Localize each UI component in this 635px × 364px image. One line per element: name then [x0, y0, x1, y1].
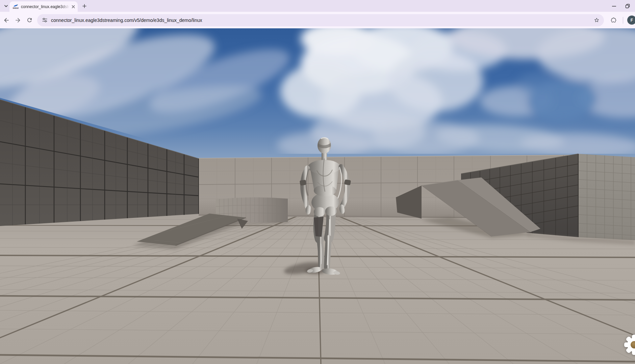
chevron-down-icon: [4, 4, 8, 8]
tab-search-button[interactable]: [2, 2, 10, 10]
tab-title: connector_linux.eagle3dstreami: [21, 4, 70, 9]
bookmark-button[interactable]: [593, 17, 600, 23]
scene-render: [0, 28, 635, 364]
browser-window: EAGLE connector_linux.eagle3dstreami: [0, 0, 635, 364]
profile-initial: F: [631, 18, 633, 23]
address-bar[interactable]: connector_linux.eagle3dstreaming.com/v5/…: [37, 14, 604, 26]
eagle3d-favicon: EAGLE: [13, 4, 19, 9]
minimize-window-button[interactable]: [611, 3, 617, 9]
window-controls: [611, 1, 632, 11]
gear-icon: [624, 335, 635, 355]
arrow-back-icon: [3, 17, 10, 24]
tab-strip: EAGLE connector_linux.eagle3dstreami: [0, 0, 635, 12]
back-button[interactable]: [1, 15, 11, 25]
reload-button[interactable]: [24, 15, 34, 25]
puzzle-piece-icon: [610, 17, 617, 24]
tab-close-button[interactable]: [70, 4, 76, 10]
extensions-button[interactable]: [609, 15, 619, 25]
star-outline-icon: [593, 17, 600, 23]
site-info-button[interactable]: [42, 17, 48, 23]
tune-sliders-icon: [42, 17, 48, 23]
svg-text:EAGLE: EAGLE: [13, 7, 19, 9]
stream-viewport[interactable]: [0, 28, 635, 364]
browser-toolbar: connector_linux.eagle3dstreaming.com/v5/…: [0, 12, 635, 28]
stream-settings-button[interactable]: [623, 333, 635, 357]
profile-avatar[interactable]: F: [627, 16, 635, 25]
arrow-forward-icon: [15, 17, 21, 24]
reload-icon: [26, 17, 33, 23]
toolbar-separator: [623, 17, 623, 24]
plus-icon: [82, 4, 87, 8]
forward-button[interactable]: [13, 15, 23, 25]
url-text[interactable]: connector_linux.eagle3dstreaming.com/v5/…: [51, 18, 593, 23]
browser-tab[interactable]: EAGLE connector_linux.eagle3dstreami: [9, 1, 78, 12]
restore-window-button[interactable]: [625, 3, 630, 9]
close-icon: [71, 5, 75, 9]
right-side-wall: [578, 154, 635, 240]
new-tab-button[interactable]: [80, 2, 88, 10]
